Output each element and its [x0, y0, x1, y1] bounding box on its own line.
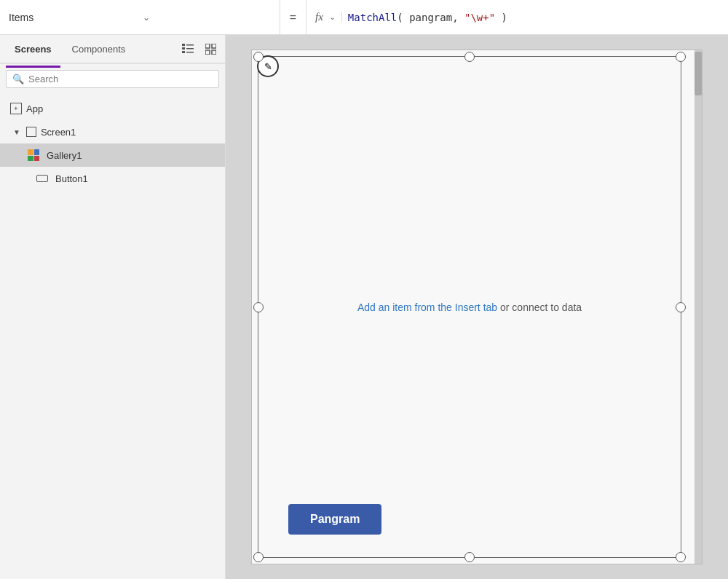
gallery-selection[interactable]: ✎ Add an item fro: [258, 56, 681, 558]
handle-mid-right[interactable]: [676, 302, 686, 312]
app-icon: +: [10, 103, 22, 114]
handle-top-left[interactable]: [253, 52, 264, 62]
tree-item-gallery1[interactable]: Gallery1: [0, 143, 225, 167]
search-input[interactable]: [28, 74, 213, 84]
svg-rect-1: [182, 47, 185, 50]
formula-close: ): [495, 12, 507, 23]
canvas-scrollbar[interactable]: [695, 50, 702, 564]
svg-rect-7: [212, 44, 216, 48]
fx-icon: fx: [315, 11, 323, 23]
svg-rect-5: [186, 52, 194, 53]
svg-rect-0: [182, 44, 185, 46]
expand-icon: ▼: [13, 128, 20, 136]
handle-top-right[interactable]: [676, 52, 686, 62]
main-area: Screens Components: [0, 35, 728, 579]
left-panel: Screens Components: [0, 35, 226, 579]
tree-item-button1[interactable]: Button1: [0, 167, 225, 190]
top-bar: Items ⌄ = fx ⌄ MatchAll( pangram, "\w+" …: [0, 0, 728, 35]
tabs-row: Screens Components: [0, 35, 225, 64]
equals-sign: =: [280, 0, 306, 34]
grid-view-icon[interactable]: [202, 41, 219, 58]
search-box[interactable]: 🔍: [6, 70, 219, 88]
formula-bar[interactable]: fx ⌄ MatchAll( pangram, "\w+" ): [306, 0, 728, 34]
formula-string: "\w+": [464, 12, 495, 23]
tab-components[interactable]: Components: [63, 38, 135, 60]
chevron-down-icon: ⌄: [143, 12, 271, 23]
pangram-button[interactable]: Pangram: [288, 504, 381, 535]
svg-rect-6: [205, 44, 210, 48]
formula-text[interactable]: MatchAll( pangram, "\w+" ): [348, 12, 507, 23]
gallery-icon: [28, 149, 39, 161]
svg-rect-8: [205, 50, 210, 55]
svg-rect-2: [182, 51, 185, 53]
connect-to-data-text: or connect to data: [497, 302, 582, 313]
formula-args: ( pangram,: [397, 12, 464, 23]
svg-rect-4: [186, 48, 194, 50]
tree: + App ▼ Screen1 Gallery1: [0, 94, 225, 579]
handle-bottom-left[interactable]: [253, 552, 264, 562]
button-icon: [36, 175, 48, 182]
property-label: Items: [9, 12, 137, 23]
formula-chevron-icon: ⌄: [329, 12, 342, 22]
canvas-area: ✎ Add an item fro: [226, 35, 728, 579]
handle-bottom-center[interactable]: [464, 552, 475, 562]
tree-item-app[interactable]: + App: [0, 97, 225, 120]
handle-bottom-right[interactable]: [676, 552, 686, 562]
search-icon: 🔍: [12, 74, 24, 84]
property-dropdown[interactable]: Items ⌄: [0, 0, 280, 34]
scrollbar-thumb: [695, 52, 702, 95]
svg-rect-9: [212, 50, 216, 55]
insert-tab-link[interactable]: Add an item from the Insert tab: [357, 302, 497, 313]
screen-icon: [26, 127, 36, 137]
list-view-icon[interactable]: [179, 41, 197, 57]
svg-rect-3: [186, 44, 194, 46]
handle-top-center[interactable]: [464, 52, 475, 62]
canvas-surface: ✎ Add an item fro: [251, 50, 703, 564]
gallery-placeholder: Add an item from the Insert tab or conne…: [357, 301, 582, 314]
formula-fn: MatchAll: [348, 12, 397, 23]
tree-item-screen1[interactable]: ▼ Screen1: [0, 120, 225, 143]
tab-screens[interactable]: Screens: [6, 38, 60, 60]
handle-mid-left[interactable]: [253, 302, 264, 312]
